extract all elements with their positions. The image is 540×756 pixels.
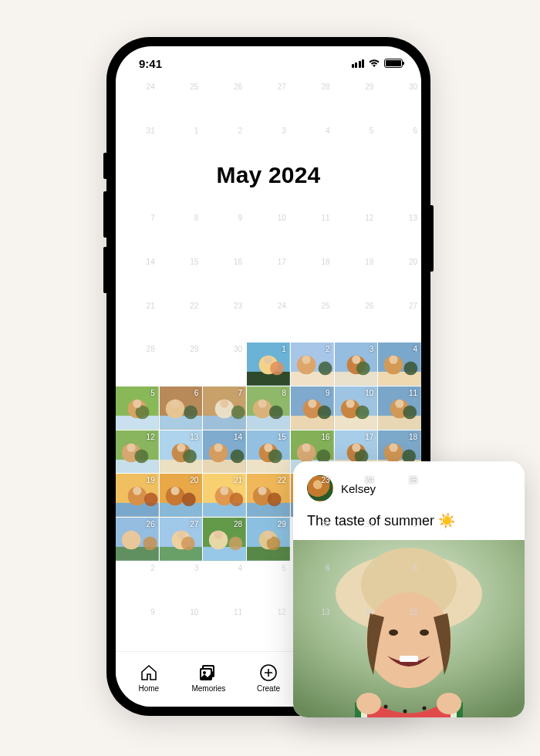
day-number: 9 <box>326 389 330 397</box>
calendar-day-photo[interactable]: 15 <box>247 430 290 474</box>
calendar-day-photo[interactable]: 3 <box>335 343 378 386</box>
day-number: 8 <box>194 214 199 222</box>
memory-card[interactable]: Kelsey The taste of summer ☀️ <box>293 461 525 717</box>
calendar-day-empty: 28 <box>291 80 334 123</box>
svg-point-159 <box>384 705 388 709</box>
svg-point-44 <box>308 400 316 408</box>
day-number: 13 <box>321 608 329 616</box>
status-time: 9:41 <box>139 57 162 70</box>
calendar-day-empty: 12 <box>247 606 290 649</box>
svg-point-134 <box>177 531 185 539</box>
day-number: 12 <box>147 433 155 441</box>
svg-rect-158 <box>400 656 418 662</box>
svg-point-34 <box>221 400 229 408</box>
calendar-day-photo[interactable]: 19 <box>116 474 159 517</box>
svg-point-144 <box>264 531 272 539</box>
calendar-day-photo[interactable]: 7 <box>203 386 246 430</box>
day-number: 11 <box>234 608 242 616</box>
svg-point-108 <box>268 493 282 507</box>
calendar-day-empty: 4 <box>291 124 334 167</box>
nav-label: Memories <box>191 684 225 693</box>
calendar-day-empty: 30 <box>203 343 246 386</box>
svg-point-59 <box>127 443 135 451</box>
status-bar: 9:41 <box>116 46 421 80</box>
calendar-day-photo[interactable]: 10 <box>335 386 378 430</box>
nav-memories[interactable]: Memories <box>179 656 239 699</box>
day-number: 5 <box>150 389 155 397</box>
calendar-day-empty: 10 <box>160 606 203 649</box>
calendar-day-photo[interactable]: 13 <box>160 430 203 474</box>
svg-point-64 <box>177 443 185 451</box>
calendar-day-empty: 27 <box>247 80 290 123</box>
calendar-day-photo[interactable]: 9 <box>291 386 334 430</box>
calendar-day-photo[interactable]: 4 <box>378 343 421 386</box>
calendar-day-photo[interactable]: 6 <box>160 386 203 430</box>
day-number: 25 <box>190 83 198 91</box>
calendar-day-photo[interactable]: 29 <box>247 518 290 561</box>
day-number: 24 <box>147 83 155 91</box>
svg-point-39 <box>258 400 267 408</box>
day-number: 8 <box>413 564 417 572</box>
svg-point-157 <box>420 629 429 636</box>
calendar-day-photo[interactable]: 12 <box>116 430 159 474</box>
day-number: 6 <box>194 389 199 397</box>
day-number: 31 <box>365 520 373 528</box>
calendar-day-empty: 16 <box>203 255 246 299</box>
day-number: 12 <box>365 214 373 222</box>
calendar-day-photo[interactable]: 21 <box>203 474 246 517</box>
svg-point-103 <box>230 493 244 507</box>
calendar-day-photo[interactable]: 1 <box>247 343 290 386</box>
day-number: 8 <box>282 389 286 397</box>
calendar-day-empty: 19 <box>335 255 378 299</box>
day-number: 19 <box>147 476 155 484</box>
day-number: 1 <box>194 127 199 135</box>
day-number: 6 <box>326 564 330 572</box>
nav-home[interactable]: Home <box>119 656 179 699</box>
status-icons <box>352 59 403 68</box>
calendar-day-empty: 20 <box>378 255 421 299</box>
calendar-day-empty: 9 <box>203 211 246 255</box>
calendar-day-photo[interactable]: 20 <box>160 474 203 517</box>
svg-point-9 <box>302 356 310 364</box>
calendar-day-empty: 22 <box>160 299 203 343</box>
calendar-day-empty: 23 <box>203 299 246 343</box>
calendar-day-empty: 7 <box>116 211 159 255</box>
day-number: 24 <box>278 302 286 310</box>
svg-point-8 <box>319 362 332 376</box>
svg-rect-36 <box>247 416 290 430</box>
day-number: 10 <box>278 214 286 222</box>
day-number: 7 <box>370 564 374 572</box>
day-number: 5 <box>282 564 286 572</box>
calendar-day-photo[interactable]: 5 <box>116 386 159 430</box>
calendar-day-empty: 15 <box>160 255 203 299</box>
calendar-day-empty: 14 <box>116 255 159 299</box>
day-number: 21 <box>234 476 242 484</box>
svg-point-28 <box>184 406 197 420</box>
calendar-day-photo[interactable]: 22 <box>247 474 290 517</box>
calendar-day-photo[interactable]: 27 <box>160 518 203 561</box>
calendar-day-photo[interactable]: 11 <box>378 386 421 430</box>
day-number: 1 <box>282 345 286 353</box>
day-number: 21 <box>147 302 155 310</box>
svg-point-48 <box>355 406 369 420</box>
day-number: 23 <box>234 302 242 310</box>
calendar-day-photo[interactable]: 2 <box>291 343 334 386</box>
plus-icon <box>259 663 278 682</box>
day-number: 18 <box>321 258 329 266</box>
calendar-day-empty: 24 <box>116 80 159 123</box>
calendar-day-photo[interactable]: 26 <box>116 518 159 561</box>
day-number: 18 <box>409 433 417 441</box>
calendar-day-photo[interactable]: 28 <box>203 518 246 561</box>
day-number: 28 <box>234 520 242 528</box>
svg-point-109 <box>258 487 267 495</box>
calendar-day-empty: 21 <box>116 299 159 343</box>
svg-point-38 <box>269 406 283 420</box>
svg-point-18 <box>404 362 418 376</box>
nav-create[interactable]: Create <box>238 656 299 699</box>
calendar-day-photo[interactable]: 8 <box>247 386 290 430</box>
calendar-day-photo[interactable]: 14 <box>203 430 246 474</box>
svg-point-24 <box>133 400 141 408</box>
svg-rect-26 <box>160 416 203 430</box>
svg-point-69 <box>214 443 223 451</box>
day-number: 27 <box>190 520 198 528</box>
